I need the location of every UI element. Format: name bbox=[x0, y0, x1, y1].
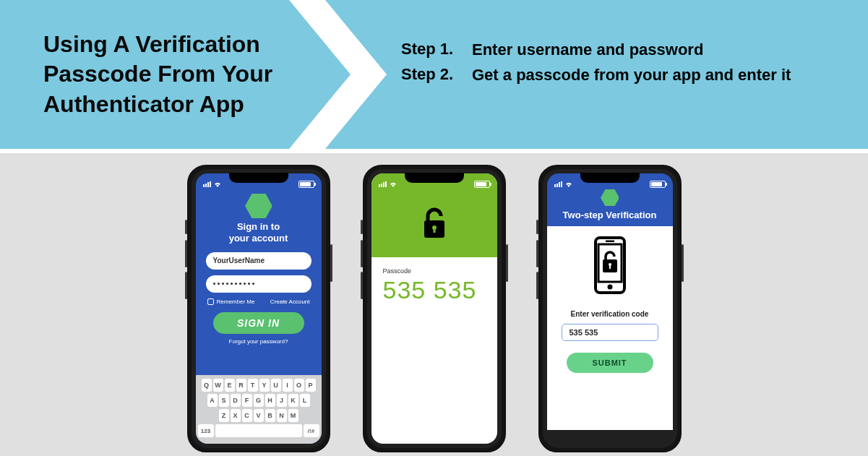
keyboard-key[interactable]: Q bbox=[202, 379, 212, 392]
password-input[interactable] bbox=[206, 275, 311, 293]
keyboard-key[interactable]: T bbox=[248, 379, 258, 392]
enter-code-label: Enter verification code bbox=[547, 310, 673, 318]
chevron-right-icon bbox=[289, 0, 412, 149]
keyboard-key[interactable]: M bbox=[288, 409, 298, 422]
keyboard-key[interactable]: Y bbox=[259, 379, 270, 392]
remember-me-checkbox[interactable]: Remember Me bbox=[207, 298, 255, 305]
svg-marker-5 bbox=[601, 189, 619, 206]
wifi-icon bbox=[389, 181, 398, 188]
title-line-1: Using A Verification bbox=[43, 31, 260, 57]
wifi-icon bbox=[213, 181, 222, 188]
svg-marker-1 bbox=[245, 194, 272, 218]
keyboard-key[interactable]: L bbox=[300, 394, 310, 407]
step-text: Enter username and password bbox=[472, 40, 703, 61]
keyboard-key[interactable]: A bbox=[207, 394, 218, 407]
hexagon-logo-icon bbox=[601, 189, 619, 207]
step-text: Get a passcode from your app and enter i… bbox=[472, 65, 791, 86]
keyboard-key[interactable]: H bbox=[265, 394, 275, 407]
keyboard-key-symbols[interactable]: /!# bbox=[304, 424, 319, 437]
battery-icon bbox=[474, 181, 490, 188]
svg-point-8 bbox=[607, 285, 612, 290]
keyboard-key[interactable]: D bbox=[231, 394, 241, 407]
step-1: Step 1. Enter username and password bbox=[401, 40, 791, 61]
verification-code-input[interactable]: 535 535 bbox=[562, 324, 658, 341]
keyboard-key[interactable]: O bbox=[294, 379, 304, 392]
svg-rect-4 bbox=[433, 228, 435, 233]
username-input[interactable]: YourUserName bbox=[206, 252, 311, 270]
svg-rect-12 bbox=[609, 264, 611, 269]
keyboard-key-space[interactable] bbox=[215, 424, 302, 437]
unlock-icon bbox=[371, 189, 497, 257]
signin-heading: Sign in to your account bbox=[196, 221, 322, 245]
keyboard-key[interactable]: N bbox=[277, 409, 287, 422]
battery-icon bbox=[650, 181, 666, 188]
keyboard-key[interactable]: P bbox=[306, 379, 316, 392]
keyboard-key[interactable]: J bbox=[277, 394, 287, 407]
phone-verification: Two-step Verification Enter verifi bbox=[538, 165, 682, 452]
create-account-link[interactable]: Create Account bbox=[270, 298, 310, 305]
keyboard-key[interactable]: U bbox=[271, 379, 281, 392]
keyboard-key[interactable]: R bbox=[236, 379, 246, 392]
keyboard-key[interactable]: V bbox=[254, 409, 264, 422]
keyboard-key[interactable]: F bbox=[242, 394, 252, 407]
signal-icon bbox=[554, 181, 562, 187]
hexagon-logo-icon bbox=[245, 194, 272, 218]
keyboard-key[interactable]: B bbox=[265, 409, 275, 422]
phone-signin: Sign in to your account YourUserName Rem… bbox=[187, 165, 330, 452]
signal-icon bbox=[203, 181, 211, 187]
keyboard-key[interactable]: I bbox=[283, 379, 293, 392]
title-line-3: Authenticator App bbox=[43, 91, 244, 117]
step-number: Step 1. bbox=[401, 40, 459, 59]
step-2: Step 2. Get a passcode from your app and… bbox=[401, 65, 791, 86]
signal-icon bbox=[379, 181, 387, 187]
keyboard-key[interactable]: X bbox=[231, 409, 241, 422]
keyboard-key-numbers[interactable]: 123 bbox=[198, 424, 214, 437]
step-number: Step 2. bbox=[401, 65, 459, 84]
passcode-label: Passcode bbox=[383, 267, 486, 275]
forgot-password-link[interactable]: Forgot your password? bbox=[196, 338, 322, 345]
title-line-2: Passcode From Your bbox=[43, 61, 272, 87]
submit-button[interactable]: SUBMIT bbox=[567, 353, 653, 373]
twostep-heading: Two-step Verification bbox=[547, 210, 673, 220]
keyboard: QWERTYUIOP ASDFGHJKL ZXCVBNM 123 /!# bbox=[196, 375, 322, 444]
battery-icon bbox=[298, 181, 314, 188]
keyboard-key[interactable]: K bbox=[288, 394, 298, 407]
steps-list: Step 1. Enter username and password Step… bbox=[401, 40, 791, 90]
keyboard-key[interactable]: G bbox=[254, 394, 264, 407]
keyboard-key[interactable]: Z bbox=[219, 409, 229, 422]
keyboard-key[interactable]: S bbox=[219, 394, 229, 407]
svg-rect-9 bbox=[606, 241, 614, 243]
phones-row: Sign in to your account YourUserName Rem… bbox=[0, 149, 868, 452]
svg-marker-0 bbox=[289, 0, 387, 149]
banner: Using A Verification Passcode From Your … bbox=[0, 0, 868, 149]
wifi-icon bbox=[564, 181, 573, 188]
passcode-value: 535 535 bbox=[383, 276, 486, 304]
signin-button[interactable]: SIGN IN bbox=[213, 312, 304, 334]
keyboard-key[interactable]: E bbox=[225, 379, 235, 392]
phone-lock-icon bbox=[590, 236, 630, 297]
keyboard-key[interactable]: W bbox=[213, 379, 223, 392]
keyboard-key[interactable]: C bbox=[242, 409, 252, 422]
phone-authenticator: Passcode 535 535 bbox=[363, 165, 506, 452]
